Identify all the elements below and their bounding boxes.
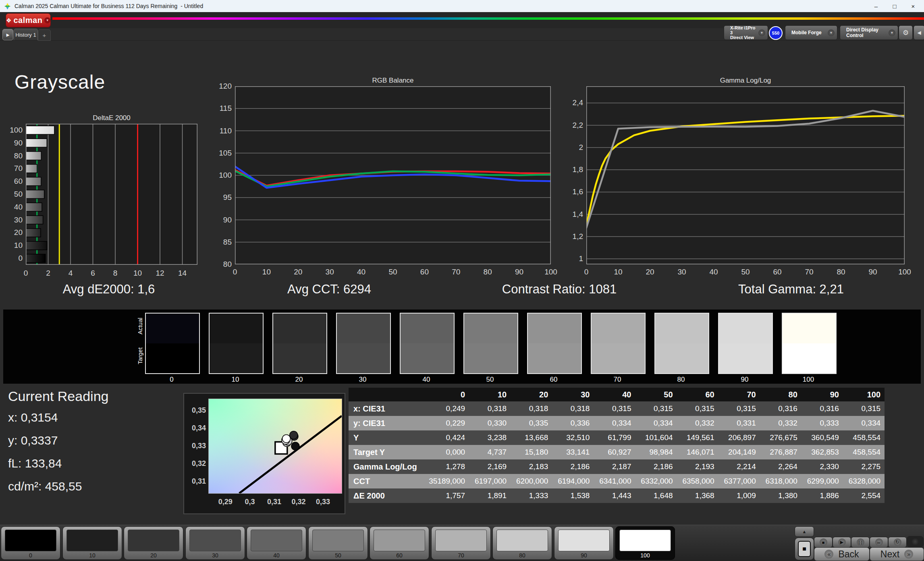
swatch-target-half bbox=[337, 343, 390, 373]
record-indicator bbox=[907, 536, 924, 547]
pattern-source-dropdown[interactable]: Mobile Forge ▼ bbox=[785, 25, 837, 40]
table-cell: 32,510 bbox=[552, 430, 594, 445]
table-cell: 276,675 bbox=[760, 430, 801, 445]
pattern-patch-button-0[interactable]: 0 bbox=[1, 526, 60, 560]
status-stripe bbox=[842, 27, 844, 38]
pattern-patch-button-90[interactable]: 90 bbox=[554, 526, 614, 560]
calman-logo-label: calman bbox=[13, 16, 42, 25]
pattern-patch-button-30[interactable]: 30 bbox=[185, 526, 245, 560]
close-button[interactable]: × bbox=[904, 0, 922, 12]
table-cell: 1,009 bbox=[718, 488, 760, 503]
table-cell: 6197,000 bbox=[469, 474, 511, 488]
table-cell: 0,335 bbox=[511, 416, 552, 430]
target-row-label: Target bbox=[137, 340, 144, 372]
table-cell: 0,315 bbox=[594, 401, 635, 416]
swatch-actual-half bbox=[719, 314, 772, 343]
axis-tick-label: 80 bbox=[212, 260, 232, 269]
table-header-cell: 70 bbox=[718, 388, 760, 401]
pattern-patch-button-50[interactable]: 50 bbox=[308, 526, 368, 560]
meter-source-dropdown[interactable]: X-Rite i1Pro 3 Direct View ▼ bbox=[724, 25, 768, 40]
pattern-source-label: Mobile Forge bbox=[791, 30, 822, 35]
table-cell: 2,264 bbox=[760, 459, 801, 474]
swatch-level-label: 20 bbox=[272, 376, 326, 384]
axis-tick-label: 1 bbox=[563, 254, 583, 263]
table-row-label: y: CIE31 bbox=[349, 416, 428, 430]
pattern-patch-button-80[interactable]: 80 bbox=[492, 526, 552, 560]
pattern-patch-label: 20 bbox=[124, 552, 183, 559]
add-tab-button[interactable]: + bbox=[38, 29, 51, 41]
table-cell: 0,316 bbox=[760, 401, 801, 416]
loop-button[interactable]: ∞ bbox=[870, 537, 888, 548]
table-row-label: x: CIE31 bbox=[349, 401, 428, 416]
table-cell: 0,249 bbox=[428, 401, 469, 416]
axis-tick-label: 95 bbox=[212, 193, 232, 202]
gamma-chart: Gamma Log/Log 010203040506070809010011,2… bbox=[564, 77, 911, 282]
minimize-button[interactable]: – bbox=[867, 0, 885, 12]
grayscale-swatch bbox=[527, 313, 582, 374]
table-cell: 458,554 bbox=[843, 445, 885, 459]
pattern-patch-button-10[interactable]: 10 bbox=[62, 526, 122, 560]
swatch-target-half bbox=[528, 343, 581, 373]
swatch-target-half bbox=[401, 343, 454, 373]
cie-chart: 0,290,30,310,320,330,310,320,330,340,35 bbox=[183, 393, 345, 514]
swatch-level-label: 10 bbox=[208, 376, 263, 384]
table-cell: 1,368 bbox=[677, 488, 718, 503]
chevron-down-icon: ▼ bbox=[44, 17, 50, 23]
table-cell: 362,853 bbox=[801, 445, 843, 459]
swatch-level-label: 70 bbox=[590, 376, 645, 384]
axis-tick-label: 2,2 bbox=[563, 121, 583, 130]
maximize-button[interactable]: □ bbox=[885, 0, 904, 12]
axis-tick-label: 0,31 bbox=[186, 477, 206, 486]
chart-title: Gamma Log/Log bbox=[586, 77, 905, 85]
table-row: ΔE 20001,7571,8911,3331,5381,4431,6481,3… bbox=[349, 488, 885, 503]
pattern-patch-button-40[interactable]: 40 bbox=[247, 526, 306, 560]
window-pattern-button[interactable]: ■ bbox=[795, 538, 814, 560]
step-button[interactable]: [·] bbox=[851, 537, 870, 548]
table-cell: 149,561 bbox=[677, 430, 718, 445]
pattern-patch-button-20[interactable]: 20 bbox=[124, 526, 183, 560]
axis-tick-label: 80 bbox=[837, 268, 845, 276]
tab-history-1[interactable]: History 1 bbox=[14, 29, 38, 40]
pattern-patch-label: 30 bbox=[186, 552, 245, 559]
swatch-level-label: 0 bbox=[144, 376, 199, 384]
pattern-patch-label: 90 bbox=[554, 552, 613, 559]
table-cell: 1,278 bbox=[428, 459, 469, 474]
display-control-dropdown[interactable]: Direct Display Control ▼ bbox=[840, 25, 898, 40]
settings-button[interactable]: ⚙ bbox=[899, 25, 913, 40]
chart-title: RGB Balance bbox=[235, 77, 551, 85]
page-title: Grayscale bbox=[15, 71, 105, 93]
expand-up-button[interactable]: ▲ bbox=[795, 526, 814, 537]
collapse-panel-button[interactable]: ◀ bbox=[914, 25, 924, 40]
table-row: Y0,4243,23813,66832,51061,799101,604149,… bbox=[349, 430, 885, 445]
display-control-label: Direct Display Control bbox=[846, 27, 889, 38]
axis-tick-label: 20 bbox=[2, 228, 23, 237]
panel-toggle-button[interactable]: ▶ bbox=[2, 29, 13, 40]
swatch-level-label: 30 bbox=[335, 376, 390, 384]
table-cell: 60,927 bbox=[594, 445, 635, 459]
pattern-patch-label: 70 bbox=[432, 552, 490, 559]
table-header-cell: 100 bbox=[843, 388, 885, 401]
table-header-cell: 90 bbox=[801, 388, 843, 401]
exposure-badge[interactable]: 550 bbox=[769, 26, 783, 40]
back-button[interactable]: « Back bbox=[814, 547, 870, 561]
next-button[interactable]: Next » bbox=[870, 547, 924, 561]
axis-tick-label: 0 bbox=[24, 269, 28, 278]
table-header-cell: 0 bbox=[428, 388, 469, 401]
chevron-down-icon: ▼ bbox=[889, 29, 895, 36]
axis-tick-label: 20 bbox=[294, 268, 302, 276]
stop-button[interactable]: ■ bbox=[814, 537, 833, 548]
pattern-patch-button-70[interactable]: 70 bbox=[431, 526, 491, 560]
pattern-patch-button-100[interactable]: 100 bbox=[615, 526, 675, 560]
calman-menu-button[interactable]: ❖ calman ▼ bbox=[6, 13, 51, 27]
refresh-button[interactable]: ↻ bbox=[888, 537, 907, 548]
table-cell: 360,549 bbox=[801, 430, 843, 445]
table-cell: 2,186 bbox=[552, 459, 594, 474]
calman-diamond-icon: ❖ bbox=[6, 17, 11, 23]
play-button[interactable]: ▶ bbox=[833, 537, 851, 548]
pattern-patch-button-60[interactable]: 60 bbox=[370, 526, 429, 560]
table-cell: 61,799 bbox=[594, 430, 635, 445]
pattern-patch-label: 80 bbox=[493, 552, 552, 559]
stop-icon: ■ bbox=[820, 538, 827, 546]
swatch-actual-half bbox=[337, 314, 390, 343]
axis-tick-label: 0 bbox=[233, 268, 237, 276]
